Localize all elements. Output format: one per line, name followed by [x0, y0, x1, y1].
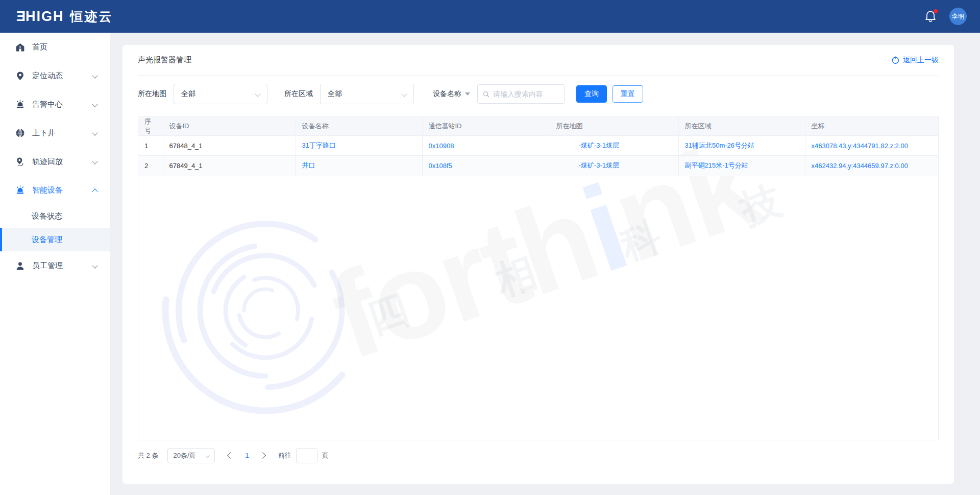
chevron-down-icon	[92, 73, 97, 78]
chevron-down-icon	[92, 130, 97, 135]
sidebar-item-home[interactable]: 首页	[0, 33, 110, 61]
column-header-area: 所在区域	[678, 117, 805, 136]
pagination: 共 2 条 20条/页 1 前往 页	[138, 448, 939, 463]
column-header-device-id: 设备ID	[163, 117, 296, 136]
table-row: 1 67848_4_1 31丁字路口 0x10908 -煤矿-3-1煤层 31辅…	[138, 136, 938, 156]
prev-page-button[interactable]	[228, 452, 234, 459]
goto-page-input[interactable]	[296, 448, 317, 463]
station-id-link[interactable]: 0x108f5	[429, 162, 452, 170]
goto-label: 前往	[278, 451, 291, 460]
search-input[interactable]	[493, 90, 559, 98]
back-link[interactable]: 返回上一级	[891, 56, 939, 65]
filter-row: 所在地图 全部 所在区域 全部 设备名称	[138, 84, 939, 104]
page-unit-label: 页	[322, 451, 329, 460]
area-select-value: 全部	[328, 89, 342, 99]
header-right: 李明	[924, 8, 967, 25]
chevron-down-icon	[92, 101, 97, 107]
search-field-label: 设备名称	[433, 89, 461, 99]
main-area: forthink 四 相 科 技 声光报警器管理	[110, 33, 980, 495]
brand-logo: EHIGH 恒迹云	[15, 8, 113, 25]
device-name-link[interactable]: 井口	[302, 161, 315, 169]
chevron-down-icon	[255, 91, 260, 97]
location-pin-icon	[15, 71, 25, 81]
sidebar-item-location[interactable]: 定位动态	[0, 61, 110, 90]
station-id-link[interactable]: 0x10908	[429, 142, 454, 150]
map-link[interactable]: -煤矿-3-1煤层	[579, 161, 619, 169]
column-header-coords: 坐标	[805, 117, 938, 136]
area-filter-label: 所在区域	[284, 89, 313, 99]
top-header: EHIGH 恒迹云 李明	[0, 0, 980, 33]
alarm-icon	[15, 100, 25, 109]
content-card: forthink 四 相 科 技 声光报警器管理	[122, 45, 954, 484]
area-select[interactable]: 全部	[320, 84, 414, 104]
search-box	[477, 84, 565, 104]
table-header-row: 序号 设备ID 设备名称 通信基站ID 所在地图 所在区域 坐标	[138, 117, 938, 136]
map-filter-label: 所在地图	[138, 89, 166, 99]
chevron-down-icon	[401, 91, 407, 97]
map-select-value: 全部	[181, 89, 195, 99]
sidebar-item-mine-access[interactable]: 上下井	[0, 119, 110, 147]
query-button[interactable]: 查询	[576, 85, 607, 103]
page-size-select[interactable]: 20条/页	[167, 448, 215, 463]
sidebar-item-employee-management[interactable]: 员工管理	[0, 251, 110, 280]
pagination-total: 共 2 条	[138, 451, 158, 460]
sidebar-item-label: 智能设备	[32, 185, 63, 195]
sidebar-item-label: 首页	[32, 42, 47, 52]
globe-icon	[15, 128, 25, 138]
cell-device-id: 67848_4_1	[163, 136, 296, 156]
chevron-down-icon	[206, 453, 210, 457]
sidebar-item-label: 轨迹回放	[32, 157, 63, 167]
page-title: 声光报警器管理	[138, 55, 191, 65]
coords-link[interactable]: x462432.94,y:4344659.97.z:0.00	[812, 162, 908, 170]
chevron-down-icon	[92, 158, 97, 164]
track-playback-icon	[15, 157, 25, 167]
area-link[interactable]: 31辅运北50m-26号分站	[685, 142, 755, 149]
sidebar: 首页 定位动态 告警中心	[0, 33, 110, 495]
device-table: 序号 设备ID 设备名称 通信基站ID 所在地图 所在区域 坐标	[138, 116, 939, 440]
cell-device-id: 67849_4_1	[163, 156, 296, 176]
sidebar-item-alert-center[interactable]: 告警中心	[0, 90, 110, 119]
sidebar-item-label: 上下井	[32, 128, 55, 138]
notification-bell-button[interactable]	[924, 9, 938, 23]
page-size-value: 20条/页	[173, 451, 195, 460]
map-select[interactable]: 全部	[174, 84, 267, 104]
chevron-up-icon	[92, 188, 97, 194]
home-icon	[15, 42, 25, 52]
brand-logo-cn: 恒迹云	[70, 8, 113, 25]
user-icon	[15, 261, 25, 271]
table-empty-space	[138, 176, 938, 440]
coords-link[interactable]: x463078.43,y:4344791.82.z:2.00	[812, 142, 908, 150]
device-name-link[interactable]: 31丁字路口	[302, 142, 336, 149]
app-root: EHIGH 恒迹云 李明 首页	[0, 0, 980, 495]
page-number[interactable]: 1	[245, 452, 249, 459]
table-row: 2 67849_4_1 井口 0x108f5 -煤矿-3-1煤层 副平硐215米…	[138, 156, 938, 176]
sidebar-subitem-device-management[interactable]: 设备管理	[0, 228, 110, 251]
undo-icon	[891, 56, 899, 64]
reset-button[interactable]: 重置	[612, 85, 643, 103]
cell-index: 2	[138, 156, 163, 176]
search-icon	[483, 90, 489, 98]
next-page-button[interactable]	[259, 452, 266, 459]
column-header-station-id: 通信基站ID	[422, 117, 550, 136]
title-row: 声光报警器管理 返回上一级	[138, 45, 939, 76]
smart-device-icon	[15, 185, 25, 195]
avatar[interactable]: 李明	[949, 8, 967, 25]
sidebar-item-label: 定位动态	[32, 71, 63, 81]
sidebar-item-smart-devices[interactable]: 智能设备	[0, 176, 110, 204]
notification-badge	[934, 9, 938, 13]
sidebar-subitem-label: 设备状态	[32, 211, 62, 221]
back-link-label: 返回上一级	[903, 56, 939, 65]
body-row: 首页 定位动态 告警中心	[0, 33, 980, 495]
sidebar-item-track-playback[interactable]: 轨迹回放	[0, 147, 110, 176]
sidebar-subitem-label: 设备管理	[32, 235, 62, 245]
chevron-down-icon	[92, 263, 97, 268]
column-header-index: 序号	[138, 117, 163, 136]
sidebar-subitem-device-status[interactable]: 设备状态	[0, 204, 110, 228]
column-header-device-name: 设备名称	[296, 117, 422, 136]
brand-logo-en: EHIGH	[15, 9, 64, 25]
area-link[interactable]: 副平硐215米-1号分站	[685, 161, 748, 169]
search-field-selector[interactable]: 设备名称	[433, 89, 470, 99]
sidebar-item-label: 员工管理	[32, 261, 63, 271]
column-header-map: 所在地图	[550, 117, 678, 136]
map-link[interactable]: -煤矿-3-1煤层	[579, 142, 619, 149]
